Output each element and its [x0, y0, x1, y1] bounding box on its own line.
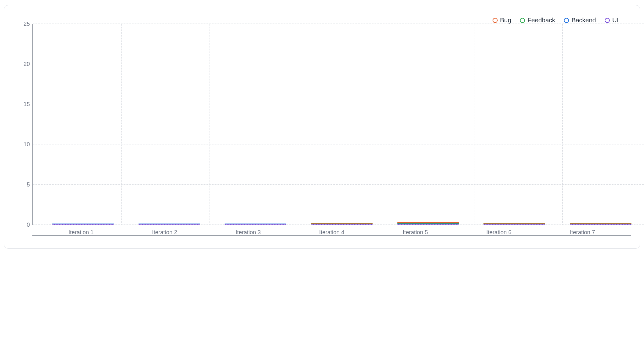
- chart-legend: Bug Feedback Backend UI: [13, 14, 631, 24]
- chart-bar: [52, 224, 114, 225]
- legend-label: Feedback: [527, 17, 555, 24]
- chart-x-tick-label: Iteration 3: [218, 229, 278, 236]
- legend-label: Backend: [571, 17, 596, 24]
- chart-y-tick-label: 0: [15, 222, 30, 228]
- chart-y-tick-label: 20: [15, 61, 30, 68]
- chart-x-ticks: Iteration 1Iteration 2Iteration 3Iterati…: [32, 225, 631, 236]
- chart-bar: [570, 223, 631, 225]
- chart-bar: [397, 222, 459, 225]
- legend-label: Bug: [500, 17, 511, 24]
- legend-item-feedback[interactable]: Feedback: [520, 17, 555, 24]
- chart-y-tick-label: 10: [15, 141, 30, 148]
- chart-bar-segment-ui: [483, 224, 545, 225]
- chart-bar-segment-ui: [139, 224, 200, 225]
- chart-card: Bug Feedback Backend UI 0510152025 Itera…: [4, 5, 640, 249]
- chart-x-tick-label: Iteration 2: [135, 229, 194, 236]
- chart-plot-wrap: 0510152025 Iteration 1Iteration 2Iterati…: [13, 24, 631, 236]
- chart-y-tick-label: 5: [15, 181, 30, 188]
- chart-bar: [225, 224, 286, 225]
- chart-bar: [311, 223, 373, 225]
- legend-label: UI: [612, 17, 619, 24]
- legend-item-backend[interactable]: Backend: [564, 17, 596, 24]
- chart-plot-area: 0510152025: [32, 24, 644, 225]
- circle-icon: [605, 18, 610, 23]
- legend-item-bug[interactable]: Bug: [493, 17, 511, 24]
- chart-x-tick-label: Iteration 1: [51, 229, 111, 236]
- chart-bar: [139, 224, 200, 225]
- chart-x-tick-label: Iteration 6: [469, 229, 529, 236]
- chart-x-tick-label: Iteration 5: [385, 229, 445, 236]
- circle-icon: [564, 18, 569, 23]
- chart-y-tick-label: 15: [15, 101, 30, 108]
- chart-bar-segment-ui: [52, 224, 114, 225]
- circle-icon: [493, 18, 498, 23]
- legend-item-ui[interactable]: UI: [605, 17, 619, 24]
- chart-bar-segment-ui: [570, 224, 631, 225]
- chart-x-tick-label: Iteration 7: [553, 229, 612, 236]
- chart-bars: [33, 24, 644, 225]
- chart-bar-segment-ui: [225, 224, 286, 225]
- chart-x-tick-label: Iteration 4: [302, 229, 362, 236]
- chart-y-tick-label: 25: [15, 21, 30, 27]
- chart-bar-segment-ui: [311, 224, 373, 225]
- chart-bar-segment-ui: [397, 224, 459, 225]
- circle-icon: [520, 18, 525, 23]
- chart-bar: [483, 223, 545, 225]
